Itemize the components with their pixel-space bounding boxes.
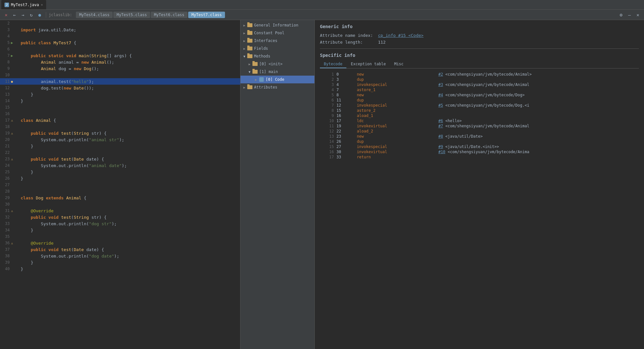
- class-tabs-container: MyTest4.class MyTest5.class MyTest6.clas…: [76, 12, 616, 18]
- tree-item-code[interactable]: ▶ [0] Code: [240, 76, 314, 83]
- bytecode-ref-link[interactable]: #3: [438, 82, 443, 87]
- bytecode-description: <com/shengsiyuan/jvm/bytecode/Animal>: [443, 72, 532, 77]
- tree-item-attributes[interactable]: ▶ Attributes: [240, 83, 314, 91]
- tree-item-general-information[interactable]: ▶ General Information: [240, 21, 314, 29]
- class-tab-mytest6[interactable]: MyTest6.class: [151, 12, 188, 18]
- attribute-length-value: 112: [378, 40, 385, 45]
- tree-panel: ▶ General Information ▶ Constant Pool ▶: [240, 20, 315, 349]
- bytecode-ref-link[interactable]: #6: [438, 119, 443, 123]
- code-line-12: 12 dog.test(new Date());: [0, 85, 240, 91]
- tree-icon-init: [252, 61, 258, 67]
- bytecode-description: <hello>: [443, 119, 462, 123]
- class-tab-mytest7[interactable]: MyTest7.class: [188, 12, 225, 18]
- bytecode-ref-link[interactable]: #2: [438, 72, 443, 77]
- bytecode-instruction: new: [355, 72, 437, 77]
- code-line-31: 31 ⚠ @Override: [0, 207, 240, 214]
- bytecode-operands: [437, 98, 639, 103]
- tree-icon-general: [247, 23, 253, 28]
- forward-icon[interactable]: →: [19, 11, 26, 18]
- bytecode-offset: 17: [335, 118, 355, 123]
- code-line-30: 30: [0, 201, 240, 207]
- code-line-28: 28: [0, 188, 240, 195]
- toolbar-separator: [46, 12, 46, 18]
- file-tab-mytest7java[interactable]: J MyTest7.java ✕: [1, 0, 46, 9]
- bytecode-ref-link[interactable]: #4: [438, 93, 443, 97]
- jclasslib-label: jclasslib:: [49, 13, 72, 17]
- bytecode-ref-link[interactable]: #9: [438, 144, 443, 149]
- tree-item-init[interactable]: ▶ [0] <init>: [240, 60, 314, 68]
- tab-close-button[interactable]: ✕: [41, 3, 43, 6]
- line-content-29: class Dog extends Animal {: [19, 196, 87, 200]
- bytecode-ref-link[interactable]: #8: [438, 134, 443, 139]
- tree-item-methods[interactable]: ▼ Methods: [240, 52, 314, 60]
- bytecode-instruction: dup: [355, 98, 437, 103]
- bytecode-row-number: 8: [320, 108, 335, 113]
- code-line-6: 6: [0, 46, 240, 52]
- tree-label-init: [0] <init>: [259, 62, 282, 66]
- gutter-warning-31: ⚠: [10, 209, 14, 213]
- minimize-icon[interactable]: —: [626, 11, 633, 18]
- code-line-16: 16: [0, 111, 240, 117]
- code-line-25: 25 }: [0, 169, 240, 175]
- tab-misc[interactable]: Misc: [390, 60, 407, 68]
- settings-icon[interactable]: ⚙: [618, 11, 625, 18]
- code-line-38: 38 System.out.println("dog date");: [0, 253, 240, 259]
- bytecode-ref-link[interactable]: #7: [438, 124, 443, 128]
- attribute-name-value[interactable]: cp_info #15 <Code>: [378, 33, 424, 38]
- bytecode-description: <com/shengsiyuan/jvm/bytecode/Animal: [443, 82, 529, 87]
- tree-icon-interfaces: [247, 38, 253, 43]
- attribute-length-row: Attribute length: 112: [320, 40, 639, 45]
- bytecode-instruction: astore_1: [355, 87, 437, 92]
- bytecode-operands: [437, 113, 639, 118]
- bytecode-offset: 23: [335, 134, 355, 139]
- tree-item-fields[interactable]: ▶ Fields: [240, 45, 314, 52]
- tree-icon-fields: [247, 46, 253, 51]
- bytecode-offset: 33: [335, 154, 355, 160]
- bytecode-row-number: 4: [320, 87, 335, 92]
- class-tab-mytest4[interactable]: MyTest4.class: [76, 12, 113, 18]
- gutter-run-7: ▶: [10, 54, 14, 58]
- specific-info-title: Specific info: [320, 53, 639, 58]
- code-line-5: 5 ▶ public class MyTest7 {: [0, 39, 240, 46]
- code-editor: 2 3 import java.util.Date; 4 5 ▶: [0, 20, 240, 349]
- code-line-39: 39 }: [0, 259, 240, 266]
- tree-item-interfaces[interactable]: ▶ Interfaces: [240, 37, 314, 45]
- gutter-run-5: ▶: [10, 41, 14, 45]
- code-line-40: 40 }: [0, 266, 240, 272]
- bytecode-row-number: 7: [320, 103, 335, 108]
- tree-item-constant-pool[interactable]: ▶ Constant Pool: [240, 29, 314, 37]
- code-line-32: 32 public void test(String str) {: [0, 214, 240, 220]
- code-line-37: 37 public void test(Date date) {: [0, 246, 240, 253]
- code-line-19: 19 ⚠ public void test(String str) {: [0, 130, 240, 136]
- line-content-37: public void test(Date date) {: [19, 247, 104, 252]
- stop-icon[interactable]: ✕: [3, 11, 10, 18]
- close-icon[interactable]: ✕: [634, 11, 641, 18]
- line-content-20: System.out.println("animal str");: [19, 137, 124, 142]
- tree-arrow-main: ▼: [247, 70, 252, 74]
- tree-label-main: [1] main: [259, 69, 278, 74]
- refresh-icon[interactable]: ↻: [28, 11, 35, 18]
- line-content-31: @Override: [19, 208, 54, 213]
- tree-arrow-code: ▶: [253, 78, 259, 81]
- bytecode-offset: 22: [335, 129, 355, 134]
- gutter-warning-19: ⚠: [10, 132, 14, 135]
- bytecode-offset: 27: [335, 144, 355, 149]
- bytecode-offset: 3: [335, 77, 355, 82]
- bytecode-ref-link[interactable]: #10: [438, 150, 445, 154]
- tree-item-main[interactable]: ▼ [1] main: [240, 68, 314, 76]
- tab-bytecode[interactable]: Bytecode: [320, 60, 346, 68]
- bytecode-operands: #2 <com/shengsiyuan/jvm/bytecode/Animal>: [437, 72, 639, 77]
- back-icon[interactable]: ←: [11, 11, 18, 18]
- class-tab-mytest5[interactable]: MyTest5.class: [113, 12, 150, 18]
- line-content-36: @Override: [19, 241, 54, 246]
- bytecode-operands: [437, 139, 639, 144]
- bytecode-offset: 26: [335, 139, 355, 144]
- bytecode-row: 10new#2 <com/shengsiyuan/jvm/bytecode/An…: [320, 72, 639, 77]
- line-content-9: Animal dog = new Dog();: [19, 66, 99, 71]
- bytecode-row: 1222aload_2: [320, 129, 639, 134]
- bytecode-ref-link[interactable]: #5: [438, 103, 443, 108]
- tab-exception-table[interactable]: Exception table: [347, 60, 390, 68]
- tree-label-constant-pool: Constant Pool: [254, 31, 284, 35]
- bytecode-row-number: 12: [320, 129, 335, 134]
- bytecode-row: 1323new#8 <java/util/Date>: [320, 134, 639, 139]
